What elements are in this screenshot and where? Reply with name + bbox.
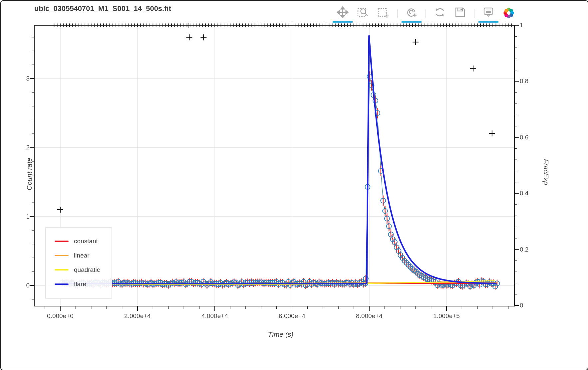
legend: constantlinearquadraticflare xyxy=(45,227,112,299)
legend-label: linear xyxy=(74,252,89,259)
legend-item-quadratic[interactable]: quadratic xyxy=(55,263,112,277)
y-right-tick-label: 1 xyxy=(520,22,523,29)
y-left-tick-label: 2 xyxy=(26,144,30,151)
bokeh-logo[interactable] xyxy=(502,6,515,20)
active-tool-underline xyxy=(402,21,422,23)
x-tick-label: 6.000e+4 xyxy=(279,312,305,320)
x-tick-label: 1.000e+5 xyxy=(433,312,460,320)
y-right-tick-label: 0.2 xyxy=(520,246,528,253)
x-tick-label: 2.000e+4 xyxy=(124,312,151,320)
plot-title: ublc_0305540701_M1_S001_14_500s.fit xyxy=(34,4,171,13)
x-tick-label: 4.000e+4 xyxy=(201,312,228,320)
y-left-tick-label: 3 xyxy=(26,75,30,82)
pan-tool-button[interactable] xyxy=(336,6,349,20)
legend-item-flare[interactable]: flare xyxy=(55,277,112,291)
x-tick-label: 8.000e+4 xyxy=(356,312,383,320)
y-right-tick-label: 0.6 xyxy=(520,134,528,141)
save-tool-button[interactable] xyxy=(454,6,466,20)
legend-swatch-constant xyxy=(55,241,69,242)
legend-label: constant xyxy=(74,238,98,245)
legend-item-linear[interactable]: linear xyxy=(55,248,112,263)
box-select-tool-button[interactable] xyxy=(377,6,390,20)
y-right-tick-label: 0 xyxy=(520,302,523,309)
bokeh-toolbar xyxy=(336,6,515,20)
y-axis-label-left: Count rate xyxy=(25,158,33,190)
y-left-tick-label: 1 xyxy=(26,213,30,220)
legend-swatch-quadratic xyxy=(55,269,69,271)
active-tool-underline xyxy=(478,21,498,23)
bokeh-figure-window: ublc_0305540701_M1_S001_14_500s.fit Coun… xyxy=(0,0,588,370)
y-right-tick-label: 0.4 xyxy=(520,190,528,197)
y-left-tick-label: 0 xyxy=(26,282,30,289)
toolbar-separator xyxy=(474,9,474,18)
legend-item-constant[interactable]: constant xyxy=(55,234,112,248)
box-zoom-tool-button[interactable] xyxy=(357,6,369,20)
legend-swatch-flare xyxy=(55,283,69,285)
y-axis-label-right: FracExp xyxy=(542,159,550,185)
toolbar-separator xyxy=(426,9,426,18)
y-right-tick-label: 0.8 xyxy=(520,78,528,85)
active-tool-underline xyxy=(333,21,353,23)
hover-tool-button[interactable] xyxy=(482,6,495,20)
legend-swatch-linear xyxy=(55,255,69,256)
reset-tool-button[interactable] xyxy=(434,6,446,20)
x-axis-label: Time (s) xyxy=(234,330,327,338)
legend-label: quadratic xyxy=(74,266,100,274)
x-tick-label: 0.000e+0 xyxy=(47,312,74,320)
legend-label: flare xyxy=(74,280,86,288)
toolbar-separator xyxy=(397,9,398,18)
wheel-zoom-tool-button[interactable] xyxy=(405,6,418,20)
